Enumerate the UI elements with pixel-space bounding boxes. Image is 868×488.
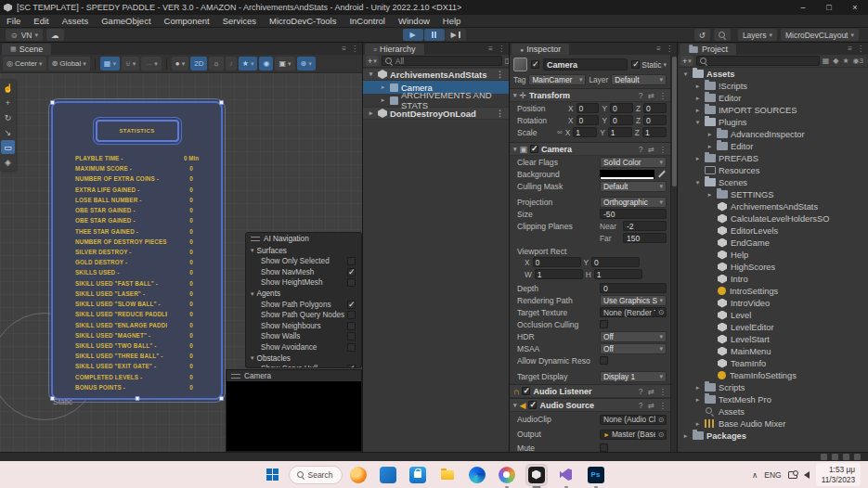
snap-increment-button[interactable]: →▾ bbox=[141, 57, 162, 71]
project-item[interactable]: LevelEditor bbox=[678, 321, 868, 333]
project-item[interactable]: Scenes bbox=[678, 176, 868, 188]
ai-nav-toggle[interactable]: Show Neighbours bbox=[246, 321, 361, 332]
inspector-scrollbar[interactable] bbox=[670, 55, 677, 452]
scene-lighting-button[interactable]: ☼ bbox=[209, 57, 223, 71]
save-search-icon[interactable]: ★ bbox=[842, 57, 849, 65]
ai-nav-section-obstacles[interactable]: ▾Obstacles bbox=[246, 353, 361, 364]
create-asset-button[interactable]: +▾ bbox=[680, 56, 693, 66]
checkbox[interactable] bbox=[347, 343, 356, 352]
ai-nav-toggle[interactable]: Show HeightMesh bbox=[246, 277, 361, 289]
rect-handle[interactable] bbox=[219, 100, 224, 105]
play-button[interactable]: ▶ bbox=[403, 29, 423, 41]
expander-icon[interactable] bbox=[693, 119, 702, 126]
status-icon[interactable] bbox=[843, 454, 849, 460]
scale-x-field[interactable] bbox=[573, 127, 597, 137]
project-item[interactable]: Scripts bbox=[678, 381, 868, 393]
panel-menu-icon[interactable]: ≡ bbox=[342, 45, 346, 53]
tab-inspector[interactable]: ●Inspector bbox=[512, 44, 569, 55]
expander-icon[interactable] bbox=[693, 83, 702, 90]
taskbar-app-icon[interactable] bbox=[586, 465, 606, 485]
project-item[interactable]: HighScores bbox=[678, 261, 868, 273]
hierarchy-scene-row[interactable]: ArchivementsAndStats ⋮ bbox=[363, 68, 509, 81]
checkbox[interactable] bbox=[347, 268, 356, 276]
size-field[interactable] bbox=[600, 209, 667, 219]
expander-icon[interactable] bbox=[379, 83, 387, 91]
ai-nav-toggle[interactable]: Show Avoidance bbox=[246, 342, 361, 353]
rect-handle[interactable] bbox=[50, 100, 55, 105]
maximize-button[interactable]: □ bbox=[816, 0, 842, 15]
project-item[interactable]: CalculateLevelHoldersSO bbox=[678, 212, 868, 225]
layers-dropdown[interactable]: Layers▾ bbox=[738, 29, 777, 41]
status-icon[interactable] bbox=[832, 454, 838, 460]
menu-item[interactable]: Component bbox=[158, 15, 216, 27]
camera-preview-header[interactable]: Camera bbox=[227, 370, 361, 381]
component-enabled-checkbox[interactable] bbox=[530, 145, 538, 153]
tool-handle-rotation-button[interactable]: ⊚Global▾ bbox=[48, 57, 90, 71]
panel-menu-icon[interactable]: ≡ bbox=[848, 45, 852, 53]
checkbox[interactable] bbox=[347, 301, 356, 309]
msaa-dropdown[interactable]: Off▾ bbox=[600, 343, 667, 354]
project-item[interactable]: Packages bbox=[678, 430, 868, 442]
project-item[interactable]: ArchivementsAndStats bbox=[678, 200, 868, 212]
taskbar-app-icon[interactable] bbox=[556, 465, 577, 485]
viewport-w-field[interactable] bbox=[535, 269, 583, 279]
project-item[interactable]: TeamInfoSettings bbox=[678, 369, 868, 381]
scene-canvas[interactable]: Statistics PLAYBLE TIME - 0 Min MAXIMUM … bbox=[0, 73, 362, 452]
projection-dropdown[interactable]: Orthographic▾ bbox=[600, 197, 667, 208]
hierarchy-item-archivements[interactable]: ARCHIVEMENTS AND STATS bbox=[363, 94, 509, 107]
pause-button[interactable] bbox=[424, 29, 445, 41]
depth-field[interactable] bbox=[600, 283, 667, 293]
taskbar-app-icon[interactable] bbox=[526, 465, 547, 485]
tab-scene[interactable]: ▦Scene bbox=[2, 44, 51, 55]
volume-icon[interactable] bbox=[804, 471, 810, 479]
menu-item[interactable]: Assets bbox=[56, 15, 96, 27]
project-item[interactable]: IntroSettings bbox=[678, 285, 868, 297]
occlusion-culling-checkbox[interactable] bbox=[600, 320, 608, 328]
help-icon[interactable]: ? bbox=[639, 401, 643, 410]
ai-nav-toggle[interactable]: Show Path Query Nodes bbox=[246, 310, 361, 321]
scene-visibility-button[interactable]: ◉ bbox=[259, 57, 273, 71]
ai-nav-section-agents[interactable]: ▾Agents bbox=[246, 289, 361, 300]
layer-dropdown[interactable]: Default▾ bbox=[611, 74, 667, 85]
ai-nav-toggle[interactable]: Show Carve Hull bbox=[246, 364, 361, 368]
expander-icon[interactable] bbox=[706, 131, 714, 138]
component-enabled-checkbox[interactable] bbox=[522, 387, 530, 395]
ai-nav-toggle[interactable]: Show Path Polygons bbox=[246, 300, 361, 311]
link-scale-icon[interactable]: ∞ bbox=[557, 128, 563, 136]
tab-hierarchy[interactable]: ≡Hierarchy bbox=[365, 44, 424, 55]
expander-icon[interactable] bbox=[367, 109, 375, 117]
project-item[interactable]: AdvancedInspector bbox=[678, 128, 868, 140]
statistics-game-object[interactable]: Statistics PLAYBLE TIME - 0 Min MAXIMUM … bbox=[51, 101, 223, 400]
static-checkbox[interactable] bbox=[631, 60, 640, 69]
expander-icon[interactable] bbox=[706, 191, 714, 199]
checkbox[interactable] bbox=[347, 311, 356, 319]
rotation-x-field[interactable] bbox=[577, 115, 600, 125]
position-z-field[interactable] bbox=[643, 103, 667, 113]
taskbar-app-icon[interactable] bbox=[467, 465, 487, 485]
grid-snapping-button[interactable]: ▦▾ bbox=[100, 57, 120, 71]
ai-nav-section-surfaces[interactable]: ▾Surfaces bbox=[246, 245, 361, 256]
project-item[interactable]: Help bbox=[678, 249, 868, 261]
start-button[interactable] bbox=[263, 465, 283, 485]
status-icon[interactable] bbox=[821, 454, 827, 460]
tag-dropdown[interactable]: MainCamer▾ bbox=[528, 74, 586, 85]
menu-item[interactable]: Help bbox=[436, 15, 468, 27]
ai-nav-header[interactable]: AI Navigation bbox=[246, 233, 361, 245]
project-item[interactable]: Intro bbox=[678, 273, 868, 285]
network-icon[interactable] bbox=[788, 471, 797, 479]
project-item[interactable]: EditorLevels bbox=[678, 225, 868, 237]
close-button[interactable]: × bbox=[842, 0, 868, 15]
audio-source-header[interactable]: ▾◀ Audio Source ?⇄⋮ bbox=[510, 398, 670, 412]
menu-item[interactable]: GameObject bbox=[95, 15, 157, 27]
taskbar-app-icon[interactable] bbox=[437, 465, 458, 485]
checkbox[interactable] bbox=[347, 365, 356, 368]
taskbar-app-icon[interactable] bbox=[348, 465, 369, 485]
menu-item[interactable]: Window bbox=[392, 15, 436, 27]
kebab-icon[interactable]: ⋮ bbox=[659, 145, 667, 154]
menu-item[interactable]: File bbox=[0, 15, 27, 27]
background-color-swatch[interactable] bbox=[600, 170, 654, 179]
expander-icon[interactable] bbox=[693, 396, 702, 404]
far-clip-field[interactable] bbox=[623, 233, 667, 243]
effects-button[interactable]: ★▾ bbox=[239, 57, 258, 71]
tool-handle-pivot-button[interactable]: ◎Center▾ bbox=[3, 57, 46, 71]
